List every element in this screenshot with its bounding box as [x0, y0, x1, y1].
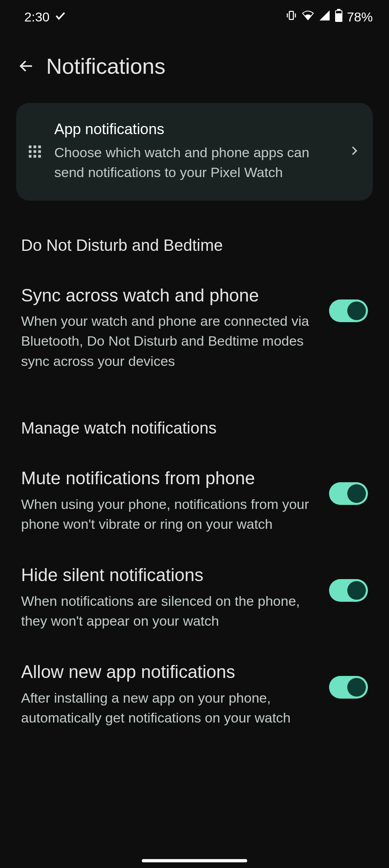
setting-description: When using your phone, notifications fro…: [21, 494, 317, 534]
setting-title: Mute notifications from phone: [21, 468, 317, 489]
chevron-right-icon: [348, 144, 361, 159]
signal-icon: [318, 9, 331, 25]
svg-rect-12: [38, 150, 41, 153]
setting-title: Hide silent notifications: [21, 565, 317, 586]
svg-rect-5: [336, 13, 342, 22]
battery-icon: [335, 9, 343, 25]
svg-rect-0: [289, 11, 293, 19]
setting-description: When your watch and phone are connected …: [21, 311, 317, 371]
gesture-handle[interactable]: [142, 859, 247, 862]
svg-rect-10: [29, 150, 32, 153]
setting-hide-silent[interactable]: Hide silent notifications When notificat…: [21, 546, 368, 643]
svg-rect-8: [34, 145, 36, 148]
status-bar: 2:30 78%: [0, 0, 389, 29]
sync-toggle[interactable]: [329, 299, 368, 322]
setting-description: After installing a new app on your phone…: [21, 688, 317, 728]
apps-grid-icon: [27, 143, 43, 160]
section-dnd-title: Do Not Disturb and Bedtime: [21, 236, 368, 254]
svg-rect-11: [34, 150, 36, 153]
app-notifications-card[interactable]: App notifications Choose which watch and…: [16, 103, 373, 201]
setting-mute-notifications[interactable]: Mute notifications from phone When using…: [21, 449, 368, 546]
page-title: Notifications: [46, 53, 165, 79]
allownew-toggle[interactable]: [329, 676, 368, 699]
hide-toggle[interactable]: [329, 579, 368, 602]
app-header: Notifications: [0, 29, 389, 95]
setting-description: When notifications are silenced on the p…: [21, 591, 317, 631]
setting-title: Allow new app notifications: [21, 662, 317, 682]
check-icon: [54, 9, 66, 25]
status-time: 2:30: [24, 10, 49, 25]
setting-title: Sync across watch and phone: [21, 285, 317, 306]
battery-percent: 78%: [347, 10, 373, 25]
card-description: Choose which watch and phone apps can se…: [54, 143, 336, 183]
vibrate-icon: [285, 9, 297, 25]
wifi-icon: [301, 9, 314, 25]
setting-allow-new[interactable]: Allow new app notifications After instal…: [21, 643, 368, 740]
back-button[interactable]: [18, 58, 35, 75]
svg-rect-7: [29, 145, 32, 148]
mute-toggle[interactable]: [329, 482, 368, 505]
svg-rect-9: [38, 145, 41, 148]
svg-rect-14: [34, 155, 36, 158]
card-title: App notifications: [54, 121, 336, 138]
svg-rect-13: [29, 155, 32, 158]
setting-sync-across[interactable]: Sync across watch and phone When your wa…: [21, 267, 368, 383]
section-manage-title: Manage watch notifications: [21, 419, 368, 437]
svg-rect-15: [38, 155, 41, 158]
